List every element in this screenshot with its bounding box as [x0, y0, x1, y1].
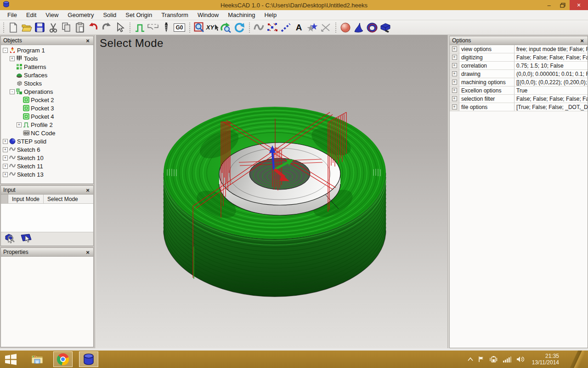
options-panel-close-icon[interactable]: × — [579, 37, 585, 44]
collapse-icon[interactable]: - — [10, 89, 15, 94]
tree-item-pocket-4[interactable]: Pocket 4 — [1, 112, 93, 121]
menu-window[interactable]: Window — [193, 12, 223, 18]
tree-item-program-1[interactable]: -Program 1 — [1, 46, 93, 54]
option-value[interactable]: False; False; False; False; False — [514, 53, 588, 61]
options-row-correlation[interactable]: +correlation0.75; 1.5; 10; False — [450, 62, 588, 70]
select-arrow-button[interactable] — [113, 21, 126, 34]
menu-transform[interactable]: Transform — [157, 12, 193, 18]
network-signal-icon[interactable] — [503, 356, 511, 362]
digitize-points-button[interactable] — [266, 21, 279, 34]
option-value[interactable]: [[(0,0,0); (0,0,222); (0,200,0); — [514, 78, 588, 86]
menu-edit[interactable]: Edit — [22, 12, 41, 18]
input-panel-close-icon[interactable]: × — [85, 187, 91, 194]
input-mode-cell[interactable]: Input Mode — [8, 195, 44, 203]
rotate-view-button[interactable] — [232, 21, 246, 34]
paste-button[interactable] — [73, 21, 86, 34]
new-file-button[interactable] — [6, 21, 20, 34]
options-row-excellon-options[interactable]: +Excellon optionsTrue — [450, 86, 588, 95]
tree-item-sketch-10[interactable]: +Sketch 10 — [1, 154, 93, 162]
properties-panel-header[interactable]: Properties × — [1, 248, 93, 257]
option-value[interactable]: False; False; False; False; False — [514, 95, 588, 103]
drill-operation-button[interactable] — [159, 21, 173, 34]
option-value[interactable]: 0.75; 1.5; 10; False — [514, 62, 588, 69]
tree-item-profile-2[interactable]: +Profile 2 — [1, 121, 93, 129]
action-center-flag-icon[interactable] — [478, 356, 485, 362]
expand-icon[interactable]: + — [452, 71, 457, 76]
options-row-drawing[interactable]: +drawing(0,0,0); 0.000001; 0.01; 0.1; F — [450, 70, 588, 78]
show-desktop-ribbon[interactable] — [569, 351, 584, 368]
toolbar-grip[interactable] — [249, 22, 250, 33]
menu-machining[interactable]: Machining — [223, 12, 260, 18]
tree-item-nc-code[interactable]: GONC Code — [1, 129, 93, 137]
expand-icon[interactable]: + — [452, 88, 457, 93]
volume-icon[interactable] — [516, 356, 524, 362]
zoom-window-button[interactable] — [192, 21, 206, 34]
select-mode-cell[interactable]: Select Mode — [44, 195, 82, 203]
expand-icon[interactable]: + — [452, 46, 457, 52]
block-solid-button[interactable] — [379, 21, 392, 34]
taskbar-clock[interactable]: 21:35 13/11/2014 — [532, 353, 559, 366]
power-battery-icon[interactable] — [490, 356, 498, 362]
input-panel-header[interactable]: Input × — [1, 186, 93, 195]
view-xy-button[interactable]: XY — [206, 21, 219, 34]
expand-icon[interactable]: + — [3, 155, 8, 161]
tree-item-surfaces[interactable]: Surfaces — [1, 71, 93, 79]
menu-view[interactable]: View — [41, 12, 63, 18]
minimize-button[interactable]: – — [542, 0, 556, 10]
select-mode-icon[interactable] — [20, 233, 32, 245]
option-value[interactable]: (0,0,0); 0.000001; 0.01; 0.1; F — [514, 70, 588, 78]
options-panel-header[interactable]: Options × — [450, 36, 588, 45]
option-value[interactable]: free; input mode title; False; Fa — [514, 45, 588, 53]
pocket-operation-button[interactable] — [146, 21, 159, 34]
dashed-line-button[interactable] — [279, 21, 292, 34]
tree-item-sketch-6[interactable]: +Sketch 6 — [1, 145, 93, 154]
objects-panel-close-icon[interactable]: × — [85, 37, 91, 44]
expand-icon[interactable]: + — [3, 147, 8, 152]
text-button[interactable]: A — [292, 21, 305, 34]
copy-button[interactable] — [60, 21, 73, 34]
options-row-digitizing[interactable]: +digitizingFalse; False; False; False; F… — [450, 53, 588, 62]
tree-item-stocks[interactable]: Stocks — [1, 79, 93, 87]
close-button[interactable]: × — [570, 0, 588, 10]
options-row-file-options[interactable]: +file options[True; False; False; _DOT,_… — [450, 103, 588, 111]
tree-item-sketch-13[interactable]: +Sketch 13 — [1, 170, 93, 178]
collapse-icon[interactable]: - — [3, 48, 8, 53]
redo-button[interactable] — [100, 21, 113, 34]
properties-panel-close-icon[interactable]: × — [85, 249, 91, 256]
objects-panel-header[interactable]: Objects × — [1, 36, 93, 45]
title-bar[interactable]: HeeksCAD 1.0 - C:\Users\Dan\Desktop\Unti… — [0, 0, 588, 10]
toolbar-grip[interactable] — [3, 22, 5, 33]
magnification-mode-icon[interactable] — [5, 233, 16, 245]
options-row-view-options[interactable]: +view optionsfree; input mode title; Fal… — [450, 45, 588, 53]
expand-icon[interactable]: + — [452, 96, 457, 101]
viewport-3d[interactable]: Select Mode — [96, 35, 447, 348]
expand-icon[interactable]: + — [3, 164, 8, 169]
options-row-machining-options[interactable]: +machining options[[(0,0,0); (0,0,222); … — [450, 78, 588, 86]
open-file-button[interactable] — [20, 21, 33, 34]
toolbar-grip[interactable] — [335, 22, 337, 33]
sketch-button[interactable] — [252, 21, 266, 34]
menu-solid[interactable]: Solid — [98, 12, 121, 18]
restore-button[interactable] — [556, 0, 570, 10]
save-button[interactable] — [33, 21, 46, 34]
expand-icon[interactable]: + — [452, 104, 457, 109]
tree-item-pocket-3[interactable]: Pocket 3 — [1, 104, 93, 112]
zoom-rotate-button[interactable] — [219, 21, 232, 34]
expand-icon[interactable]: + — [17, 122, 22, 127]
rapid-g0-button[interactable]: G0 — [173, 21, 186, 34]
menu-geometry[interactable]: Geometry — [63, 12, 98, 18]
profile-operation-button[interactable] — [133, 21, 146, 34]
undo-button[interactable] — [86, 21, 100, 34]
expand-icon[interactable]: + — [452, 80, 457, 85]
menu-file[interactable]: File — [3, 12, 22, 18]
menu-set-origin[interactable]: Set Origin — [121, 12, 157, 18]
start-button[interactable] — [0, 351, 21, 368]
heekscad-taskbar-button[interactable] — [79, 351, 98, 367]
tree-item-patterns[interactable]: Patterns — [1, 63, 93, 71]
expand-icon[interactable]: + — [452, 63, 457, 68]
chrome-button[interactable] — [53, 351, 73, 367]
point-button[interactable] — [305, 21, 319, 34]
expand-icon[interactable]: + — [3, 139, 8, 144]
tree-item-operations[interactable]: -Operations — [1, 87, 93, 96]
coordinate-system-button[interactable] — [319, 21, 332, 34]
